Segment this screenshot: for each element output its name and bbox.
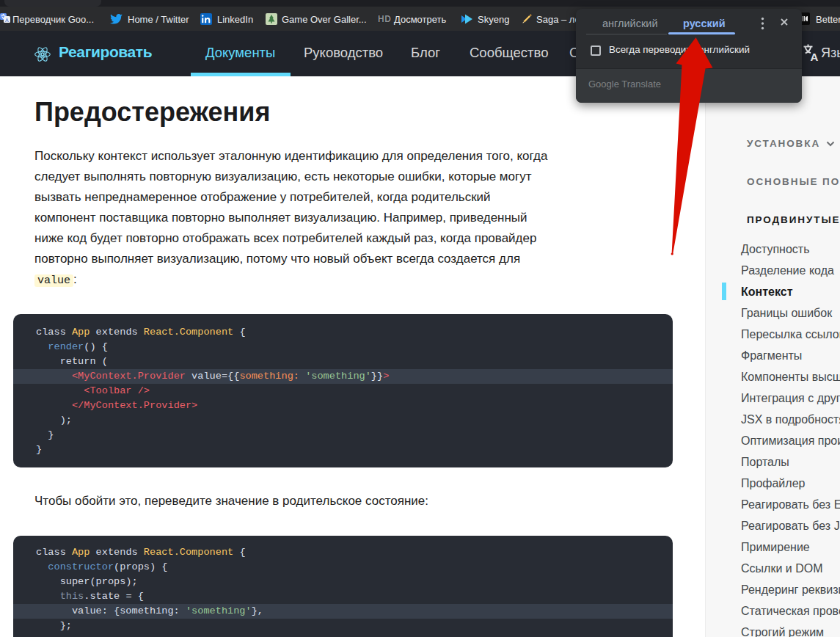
svg-text:A: A	[811, 51, 819, 62]
